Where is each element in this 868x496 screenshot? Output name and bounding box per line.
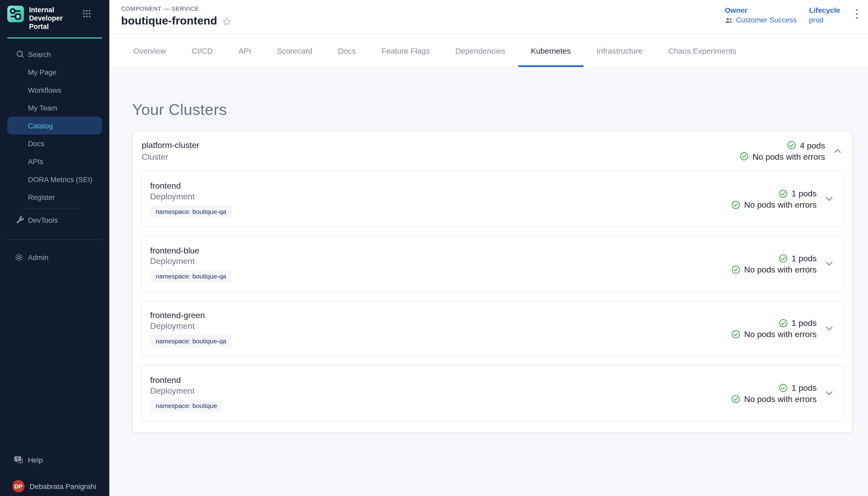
tab-kubernetes[interactable]: Kubernetes	[518, 34, 584, 67]
cluster-info: platform-cluster Cluster	[142, 140, 199, 161]
help-button[interactable]: ? Help	[0, 451, 109, 469]
gear-icon	[15, 253, 23, 262]
check-circle-icon	[779, 383, 788, 392]
namespace-chip: namespace: boutique	[150, 399, 222, 412]
workload-name: frontend-green	[150, 310, 232, 320]
sidebar-item-search[interactable]: Search	[0, 45, 109, 63]
users-icon	[725, 16, 733, 24]
namespace-chip: namespace: boutique-qa	[150, 270, 232, 282]
workload-info: frontend-green Deployment namespace: bou…	[150, 310, 232, 347]
check-circle-icon	[787, 141, 796, 150]
apps-grid-icon[interactable]	[82, 9, 91, 18]
workload-list: frontend Deployment namespace: boutique-…	[133, 168, 852, 432]
lifecycle-label: Lifecycle	[809, 6, 840, 15]
cluster-accordion-header[interactable]: platform-cluster Cluster 4 pods No pods …	[133, 132, 852, 168]
sidebar-item-label: DORA Metrics (SEI)	[28, 175, 93, 183]
sidebar-nav: Search My Page Workflows My Team Catalog…	[0, 45, 109, 266]
sidebar-bottom: ? Help DP Debabrata Panigrahi	[0, 451, 109, 495]
kebab-menu-icon[interactable]	[852, 8, 861, 20]
user-name: Debabrata Panigrahi	[30, 482, 96, 490]
cluster-card: platform-cluster Cluster 4 pods No pods …	[132, 131, 852, 433]
chevron-down-icon[interactable]	[824, 259, 835, 269]
tab-scorecard[interactable]: Scorecard	[264, 34, 325, 67]
entity-title-row: boutique-frontend	[121, 15, 232, 27]
check-circle-icon	[779, 254, 788, 263]
chevron-down-icon[interactable]	[824, 388, 835, 399]
sidebar-divider	[7, 239, 102, 240]
sidebar-item-workflows[interactable]: Workflows	[0, 81, 109, 99]
owner-group: Owner Customer Success	[725, 6, 797, 25]
sidebar: Internal Developer Portal Search My Page…	[0, 0, 109, 496]
tab-cicd[interactable]: CI/CD	[179, 34, 225, 67]
sidebar-item-admin[interactable]: Admin	[0, 248, 109, 266]
sidebar-item-my-page[interactable]: My Page	[0, 63, 109, 81]
check-circle-icon	[731, 394, 740, 403]
sidebar-accent-divider	[7, 37, 102, 38]
star-icon[interactable]	[222, 17, 231, 26]
owner-link[interactable]: Customer Success	[736, 16, 797, 25]
workload-status: 1 pods No pods with errors	[731, 383, 835, 404]
sidebar-item-dora-metrics[interactable]: DORA Metrics (SEI)	[0, 170, 109, 188]
tab-bar: Overview CI/CD API Scorecard Docs Featur…	[109, 34, 868, 67]
namespace-chip: namespace: boutique-qa	[150, 205, 232, 217]
sidebar-item-label: Docs	[28, 139, 44, 148]
avatar: DP	[12, 480, 25, 492]
chevron-up-icon[interactable]	[832, 145, 843, 156]
app-logo-icon	[7, 5, 24, 22]
workload-status: 1 pods No pods with errors	[731, 318, 835, 339]
sidebar-item-label: Workflows	[28, 86, 61, 94]
sidebar-item-catalog[interactable]: Catalog	[7, 117, 102, 135]
workload-kind: Deployment	[150, 386, 222, 395]
chevron-down-icon[interactable]	[824, 194, 835, 204]
errors-status: No pods with errors	[731, 200, 817, 209]
sidebar-item-docs[interactable]: Docs	[0, 135, 109, 152]
wrench-icon	[16, 215, 25, 224]
help-chat-icon: ?	[13, 455, 23, 465]
workload-row: frontend Deployment namespace: boutique-…	[141, 171, 844, 227]
workload-kind: Deployment	[150, 256, 232, 265]
check-circle-icon	[740, 152, 749, 161]
pods-status: 1 pods	[779, 253, 817, 263]
search-icon	[16, 50, 25, 59]
workload-row: frontend Deployment namespace: boutique …	[141, 365, 844, 421]
tab-feature-flags[interactable]: Feature Flags	[369, 34, 443, 67]
clusters-heading: Your Clusters	[132, 101, 868, 119]
tab-overview[interactable]: Overview	[120, 34, 179, 67]
cluster-name: platform-cluster	[142, 140, 199, 150]
sidebar-item-label: Search	[28, 50, 51, 58]
errors-status: No pods with errors	[731, 265, 817, 274]
svg-text:?: ?	[16, 456, 19, 461]
tab-dependencies[interactable]: Dependencies	[442, 34, 518, 67]
sidebar-item-my-team[interactable]: My Team	[0, 99, 109, 117]
content-area: Your Clusters platform-cluster Cluster 4…	[109, 66, 868, 496]
workload-name: frontend	[150, 375, 222, 384]
entity-meta: Owner Customer Success	[725, 6, 861, 25]
check-circle-icon	[731, 329, 740, 338]
tab-chaos-experiments[interactable]: Chaos Experiments	[655, 34, 749, 67]
sidebar-item-label: DevTools	[28, 216, 58, 224]
tab-infrastructure[interactable]: Infrastructure	[584, 34, 655, 67]
sidebar-item-devtools[interactable]: DevTools	[0, 211, 109, 229]
chevron-down-icon[interactable]	[824, 323, 835, 334]
sidebar-item-label: APIs	[28, 157, 43, 166]
tab-docs[interactable]: Docs	[325, 34, 369, 67]
sidebar-item-label: My Page	[28, 68, 57, 76]
user-menu[interactable]: DP Debabrata Panigrahi	[0, 477, 109, 495]
sidebar-item-apis[interactable]: APIs	[0, 152, 109, 170]
workload-status: 1 pods No pods with errors	[731, 189, 835, 209]
cluster-status: 4 pods No pods with errors	[740, 140, 843, 161]
sidebar-item-label: My Team	[28, 104, 57, 112]
errors-status: No pods with errors	[731, 394, 817, 404]
sidebar-item-register[interactable]: Register	[0, 188, 109, 206]
sidebar-item-label: Register	[28, 193, 55, 201]
main-area: COMPONENT — SERVICE boutique-frontend Ow…	[109, 0, 868, 496]
lifecycle-group: Lifecycle prod	[809, 6, 840, 25]
workload-kind: Deployment	[150, 321, 232, 330]
help-label: Help	[28, 455, 43, 464]
sidebar-divider	[22, 208, 82, 209]
workload-status: 1 pods No pods with errors	[731, 253, 835, 274]
errors-status: No pods with errors	[740, 152, 825, 161]
tab-api[interactable]: API	[226, 34, 264, 67]
pods-status: 1 pods	[779, 383, 817, 392]
workload-name: frontend	[150, 181, 232, 190]
